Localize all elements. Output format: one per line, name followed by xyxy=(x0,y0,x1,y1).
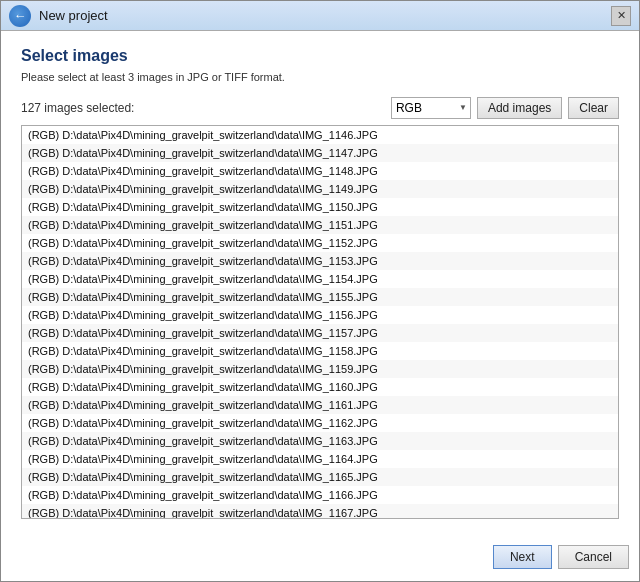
list-item[interactable]: (RGB) D:\data\Pix4D\mining_gravelpit_swi… xyxy=(22,504,618,519)
list-item[interactable]: (RGB) D:\data\Pix4D\mining_gravelpit_swi… xyxy=(22,468,618,486)
list-item[interactable]: (RGB) D:\data\Pix4D\mining_gravelpit_swi… xyxy=(22,306,618,324)
color-mode-select[interactable]: RGB Grayscale xyxy=(391,97,471,119)
images-count-label: 127 images selected: xyxy=(21,101,385,115)
list-item[interactable]: (RGB) D:\data\Pix4D\mining_gravelpit_swi… xyxy=(22,432,618,450)
list-item[interactable]: (RGB) D:\data\Pix4D\mining_gravelpit_swi… xyxy=(22,270,618,288)
file-list: (RGB) D:\data\Pix4D\mining_gravelpit_swi… xyxy=(22,126,618,519)
list-item[interactable]: (RGB) D:\data\Pix4D\mining_gravelpit_swi… xyxy=(22,324,618,342)
list-item[interactable]: (RGB) D:\data\Pix4D\mining_gravelpit_swi… xyxy=(22,126,618,144)
list-item[interactable]: (RGB) D:\data\Pix4D\mining_gravelpit_swi… xyxy=(22,216,618,234)
clear-button[interactable]: Clear xyxy=(568,97,619,119)
color-mode-dropdown-wrapper: RGB Grayscale xyxy=(391,97,471,119)
list-item[interactable]: (RGB) D:\data\Pix4D\mining_gravelpit_swi… xyxy=(22,180,618,198)
title-bar: ← New project ✕ xyxy=(1,1,639,31)
list-item[interactable]: (RGB) D:\data\Pix4D\mining_gravelpit_swi… xyxy=(22,144,618,162)
list-item[interactable]: (RGB) D:\data\Pix4D\mining_gravelpit_swi… xyxy=(22,450,618,468)
list-item[interactable]: (RGB) D:\data\Pix4D\mining_gravelpit_swi… xyxy=(22,252,618,270)
page-title: Select images xyxy=(21,47,619,65)
footer: Next Cancel xyxy=(1,535,639,581)
file-list-container[interactable]: (RGB) D:\data\Pix4D\mining_gravelpit_swi… xyxy=(21,125,619,519)
close-button[interactable]: ✕ xyxy=(611,6,631,26)
page-subtitle: Please select at least 3 images in JPG o… xyxy=(21,71,619,83)
list-item[interactable]: (RGB) D:\data\Pix4D\mining_gravelpit_swi… xyxy=(22,234,618,252)
list-item[interactable]: (RGB) D:\data\Pix4D\mining_gravelpit_swi… xyxy=(22,414,618,432)
list-item[interactable]: (RGB) D:\data\Pix4D\mining_gravelpit_swi… xyxy=(22,198,618,216)
next-button[interactable]: Next xyxy=(493,545,552,569)
list-item[interactable]: (RGB) D:\data\Pix4D\mining_gravelpit_swi… xyxy=(22,360,618,378)
list-item[interactable]: (RGB) D:\data\Pix4D\mining_gravelpit_swi… xyxy=(22,162,618,180)
main-window: ← New project ✕ Select images Please sel… xyxy=(0,0,640,582)
list-item[interactable]: (RGB) D:\data\Pix4D\mining_gravelpit_swi… xyxy=(22,378,618,396)
cancel-button[interactable]: Cancel xyxy=(558,545,629,569)
list-item[interactable]: (RGB) D:\data\Pix4D\mining_gravelpit_swi… xyxy=(22,486,618,504)
list-item[interactable]: (RGB) D:\data\Pix4D\mining_gravelpit_swi… xyxy=(22,342,618,360)
back-button[interactable]: ← xyxy=(9,5,31,27)
add-images-button[interactable]: Add images xyxy=(477,97,562,119)
content-area: Select images Please select at least 3 i… xyxy=(1,31,639,535)
list-item[interactable]: (RGB) D:\data\Pix4D\mining_gravelpit_swi… xyxy=(22,396,618,414)
toolbar: 127 images selected: RGB Grayscale Add i… xyxy=(21,97,619,119)
window-title: New project xyxy=(39,8,611,23)
list-item[interactable]: (RGB) D:\data\Pix4D\mining_gravelpit_swi… xyxy=(22,288,618,306)
